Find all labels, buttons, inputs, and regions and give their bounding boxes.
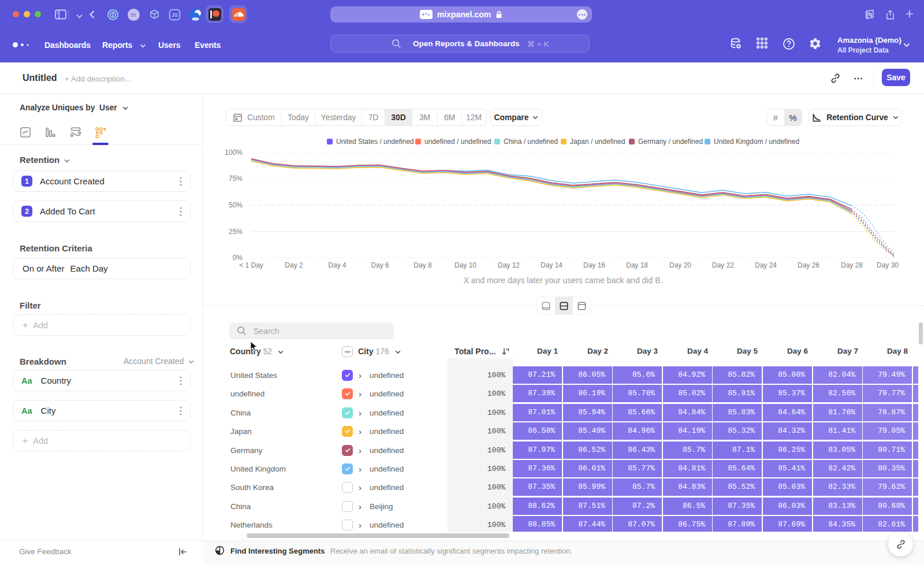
svg-text:JS: JS <box>172 12 178 18</box>
